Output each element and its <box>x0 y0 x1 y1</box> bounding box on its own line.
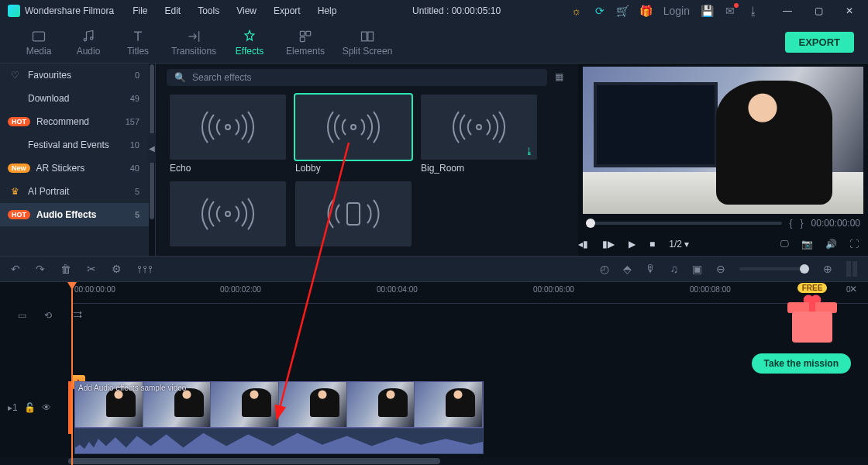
display-settings-icon[interactable]: 🖵 <box>780 239 789 250</box>
download-icon[interactable]: ⭳ <box>747 5 760 17</box>
video-clip[interactable]: Add Audio effects sample video <box>74 381 484 428</box>
heart-icon: ♡ <box>8 70 22 81</box>
mode-transitions[interactable]: Transitions <box>163 29 225 57</box>
lock-icon[interactable]: 🔓 <box>24 402 36 413</box>
take-mission-button[interactable]: Take the mission <box>752 353 851 374</box>
stop-button[interactable]: ■ <box>649 239 655 250</box>
mode-effects-label: Effects <box>236 46 264 57</box>
svg-point-2 <box>91 36 93 39</box>
track-header[interactable]: ▸1 🔓 👁 <box>0 383 68 432</box>
svg-rect-6 <box>362 32 367 41</box>
menu-tools[interactable]: Tools <box>191 5 226 16</box>
sidebar-item-ar-stickers[interactable]: New AR Stickers 40 <box>0 157 149 180</box>
playhead[interactable] <box>71 282 73 465</box>
step-back-button[interactable]: ▮▶ <box>602 239 615 250</box>
mode-effects[interactable]: Effects <box>225 29 274 57</box>
sidebar-item-recommend[interactable]: HOT Recommend 157 <box>0 110 149 133</box>
fullscreen-icon[interactable]: ⛶ <box>849 239 859 250</box>
render-icon[interactable]: ◴ <box>600 263 609 275</box>
mode-audio-label: Audio <box>77 46 101 57</box>
playback-speed[interactable]: 1/2 ▾ <box>669 239 689 250</box>
effects-browser: ◀ 🔍 Search effects ▦ Echo Lobby ⭳ <box>155 64 578 256</box>
eye-icon[interactable]: 👁 <box>42 402 51 413</box>
svg-rect-4 <box>306 31 311 36</box>
clip-title: Add Audio effects sample video <box>78 384 186 392</box>
menu-export[interactable]: Export <box>267 5 307 16</box>
snapshot-icon[interactable]: 📷 <box>801 239 813 250</box>
link-icon[interactable]: ⟲ <box>40 308 56 322</box>
effect-lobby[interactable]: Lobby <box>295 95 412 174</box>
track-size-toggle[interactable] <box>846 261 857 277</box>
mode-elements[interactable]: Elements <box>274 29 336 57</box>
sidebar-item-ai-portrait[interactable]: ♛ AI Portrait 5 <box>0 180 149 203</box>
mode-titles[interactable]: Titles <box>113 29 163 57</box>
download-effect-icon[interactable]: ⭳ <box>525 146 534 157</box>
prev-frame-button[interactable]: ◂▮ <box>578 239 588 250</box>
volume-icon[interactable]: 🔊 <box>825 239 837 250</box>
svg-rect-3 <box>300 31 305 36</box>
menu-edit[interactable]: Edit <box>159 5 188 16</box>
search-input[interactable]: 🔍 Search effects <box>167 69 547 86</box>
refresh-icon[interactable]: ⟳ <box>594 5 606 17</box>
gift-icon[interactable]: 🎁 <box>640 5 653 17</box>
window-maximize-button[interactable]: ▢ <box>803 0 834 22</box>
sidebar-item-label: Download <box>28 93 124 104</box>
export-button[interactable]: EXPORT <box>785 32 854 53</box>
gift-promo[interactable]: FREE <box>781 282 843 343</box>
ruler-tick: 00:00:08:00 <box>690 285 731 294</box>
mode-split-screen[interactable]: Split Screen <box>336 29 398 57</box>
ruler-tick: 00:00:00:00 <box>74 285 115 294</box>
hot-badge: HOT <box>8 210 30 219</box>
lightbulb-icon[interactable]: ☼ <box>570 5 583 17</box>
mode-audio[interactable]: Audio <box>64 29 113 57</box>
split-button[interactable]: ✂ <box>87 263 96 275</box>
effect-big-room[interactable]: ⭳ Big_Room <box>421 95 537 174</box>
cart-icon[interactable]: 🛒 <box>617 5 629 17</box>
undo-button[interactable]: ↶ <box>11 263 20 275</box>
zoom-slider[interactable] <box>739 267 809 270</box>
record-vo-icon[interactable]: 🎙 <box>646 263 656 275</box>
redo-button[interactable]: ↷ <box>36 263 45 275</box>
audio-mixer-icon[interactable]: ♫ <box>670 263 679 275</box>
adjust-icon[interactable]: ⚙ <box>112 263 122 275</box>
sidebar-item-count: 40 <box>130 164 140 173</box>
grid-view-icon[interactable]: ▦ <box>555 71 567 84</box>
effect-item-4[interactable] <box>170 181 286 246</box>
sidebar-item-favourites[interactable]: ♡ Favourites 0 <box>0 64 149 87</box>
zoom-in-button[interactable]: ⊕ <box>823 263 832 275</box>
timeline: ✕ ⮆ ⟲ ▭ 00:00:00:00 00:00:02:00 00:00:04… <box>0 282 868 465</box>
mark-out-icon[interactable]: } <box>801 218 804 229</box>
timeline-icon[interactable]: ▭ <box>14 308 29 322</box>
timeline-scrollbar[interactable] <box>0 457 868 465</box>
mode-media[interactable]: Media <box>14 29 64 57</box>
zoom-out-button[interactable]: ⊖ <box>716 263 725 275</box>
sidebar-item-download[interactable]: Download 49 <box>0 87 149 110</box>
menu-file[interactable]: File <box>126 5 153 16</box>
mark-in-icon[interactable]: { <box>790 218 793 229</box>
keyframe-icon[interactable]: ▣ <box>692 263 702 275</box>
audio-clip[interactable] <box>74 428 484 454</box>
marker-icon[interactable]: ⬘ <box>623 263 632 275</box>
sidebar-item-festival[interactable]: Festival and Events 10 <box>0 133 149 157</box>
sidebar-collapse-button[interactable]: ◀ <box>148 133 156 163</box>
titlebar: Wondershare Filmora File Edit Tools View… <box>0 0 868 22</box>
crown-icon: ♛ <box>8 186 22 197</box>
timeline-ruler[interactable]: 00:00:00:00 00:00:02:00 00:00:04:00 00:0… <box>71 282 868 304</box>
login-link[interactable]: Login <box>663 5 690 17</box>
window-close-button[interactable]: ✕ <box>834 0 865 22</box>
preview-controls: ◂▮ ▮▶ ▶ ■ 1/2 ▾ 🖵 📷 🔊 ⛶ <box>578 232 868 256</box>
effect-item-phone[interactable] <box>295 181 412 246</box>
save-icon[interactable]: 💾 <box>701 5 713 17</box>
window-minimize-button[interactable]: — <box>772 0 803 22</box>
sidebar-item-audio-effects[interactable]: HOT Audio Effects 5 <box>0 203 149 226</box>
play-button[interactable]: ▶ <box>629 239 636 250</box>
menu-help[interactable]: Help <box>312 5 343 16</box>
effect-echo[interactable]: Echo <box>170 95 286 174</box>
preview-video[interactable] <box>583 67 863 214</box>
preview-seek-slider[interactable] <box>586 222 782 225</box>
menu-view[interactable]: View <box>230 5 263 16</box>
messages-icon[interactable]: ✉ <box>724 5 736 17</box>
hot-badge: HOT <box>8 117 30 126</box>
delete-button[interactable]: 🗑 <box>60 263 71 275</box>
equalizer-icon[interactable]: ⫯⫯⫯ <box>137 263 153 275</box>
